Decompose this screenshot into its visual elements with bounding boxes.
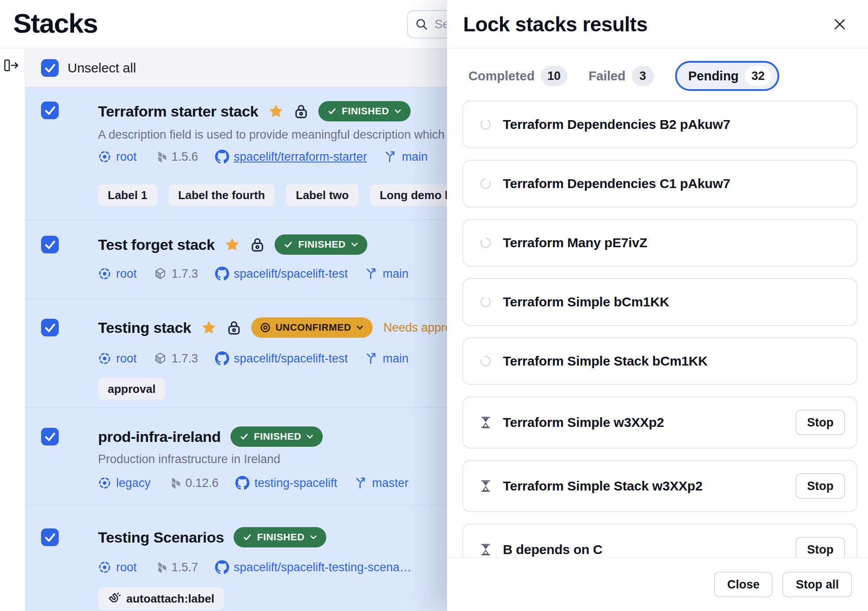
- stack-space-link[interactable]: root: [98, 267, 137, 281]
- hourglass-icon: [479, 479, 492, 493]
- lock-result-item[interactable]: Terraform Dependencies B2 pAkuw7: [462, 101, 857, 148]
- stack-label[interactable]: Label two: [286, 184, 359, 206]
- close-button[interactable]: [829, 14, 850, 35]
- stack-checkbox[interactable]: [41, 319, 59, 336]
- lock-result-item[interactable]: B depends on C Stop: [462, 524, 857, 558]
- stop-button[interactable]: Stop: [796, 410, 845, 435]
- stack-repo-link[interactable]: spacelift/spacelift-testing-scena…: [215, 560, 411, 574]
- github-icon: [215, 267, 229, 281]
- stack-status-badge[interactable]: FINISHED: [230, 426, 323, 447]
- lock-result-item[interactable]: Terraform Many pE7ivZ: [462, 219, 857, 267]
- stack-branch-link[interactable]: main: [365, 352, 409, 366]
- stack-space-link[interactable]: root: [98, 561, 137, 574]
- lock-icon: [294, 103, 309, 120]
- stack-branch-link[interactable]: master: [354, 476, 409, 490]
- stack-name[interactable]: Testing stack: [98, 319, 191, 336]
- lock-icon: [226, 319, 242, 336]
- lock-stacks-results-modal: Lock stacks results Completed 10 Failed …: [447, 0, 868, 611]
- stack-space-link[interactable]: root: [98, 352, 137, 366]
- github-icon: [215, 150, 229, 164]
- sidebar-expand-icon: [4, 59, 22, 72]
- tab-count-badge: 10: [541, 66, 567, 86]
- stack-space-link[interactable]: root: [98, 150, 137, 164]
- github-icon: [235, 476, 249, 490]
- lock-icon: [250, 236, 265, 253]
- lock-result-item[interactable]: Terraform Dependencies C1 pAkuw7: [462, 160, 857, 207]
- unconfirmed-icon: [260, 322, 271, 333]
- sidebar-expand-button[interactable]: [4, 57, 22, 74]
- stack-checkbox[interactable]: [41, 428, 59, 445]
- stack-name[interactable]: Testing Scenarios: [98, 529, 224, 546]
- stack-label[interactable]: autoattach:label: [98, 588, 224, 610]
- select-all-checkbox[interactable]: [41, 59, 59, 77]
- stack-status-label: FINISHED: [254, 431, 301, 442]
- stack-label[interactable]: approval: [98, 378, 165, 400]
- chevron-down-icon: [356, 324, 364, 332]
- modal-header: Lock stacks results: [447, 0, 868, 49]
- chevron-down-icon: [394, 107, 402, 115]
- star-icon[interactable]: [201, 320, 217, 336]
- stack-status-badge[interactable]: FINISHED: [275, 234, 367, 255]
- stack-name[interactable]: Terraform starter stack: [98, 103, 258, 120]
- lock-result-item[interactable]: Terraform Simple Stack bCm1KK: [462, 337, 857, 385]
- tab-count-badge: 32: [745, 66, 771, 86]
- stack-version: 1.5.6: [154, 150, 198, 164]
- lock-result-item[interactable]: Terraform Simple Stack w3XXp2 Stop: [462, 460, 857, 512]
- hourglass-icon: [479, 543, 492, 556]
- space-icon: [98, 150, 111, 163]
- stack-version: 1.7.3: [154, 352, 198, 366]
- close-footer-button[interactable]: Close: [714, 572, 773, 597]
- space-icon: [98, 352, 111, 365]
- stack-status-badge[interactable]: UNCONFIRMED: [251, 317, 373, 338]
- lock-result-item[interactable]: Terraform Simple bCm1KK: [462, 278, 857, 326]
- space-icon: [98, 476, 111, 490]
- stack-checkbox[interactable]: [41, 236, 59, 253]
- stack-status-badge[interactable]: FINISHED: [318, 101, 411, 121]
- stack-checkbox[interactable]: [41, 102, 59, 119]
- branch-icon: [365, 267, 378, 280]
- tab-pending[interactable]: Pending 32: [675, 61, 779, 91]
- check-icon: [283, 240, 293, 249]
- stack-name[interactable]: Test forget stack: [98, 236, 215, 253]
- chevron-down-icon: [306, 433, 314, 441]
- stack-status-badge[interactable]: FINISHED: [234, 527, 326, 547]
- github-icon: [215, 351, 229, 366]
- stack-status-label: FINISHED: [257, 532, 304, 543]
- modal-tabs: Completed 10 Failed 3 Pending 32: [468, 61, 868, 91]
- branch-icon: [354, 476, 367, 490]
- modal-title: Lock stacks results: [463, 12, 648, 36]
- chevron-down-icon: [309, 533, 317, 541]
- stack-label[interactable]: Label the fourth: [169, 184, 275, 206]
- check-icon: [242, 532, 252, 542]
- stack-repo-link[interactable]: spacelift/spacelift-test: [215, 351, 348, 366]
- terraform-icon: [154, 150, 167, 163]
- stack-repo-link[interactable]: spacelift/terraform-starter: [215, 150, 367, 164]
- stack-repo-link[interactable]: spacelift/spacelift-test: [215, 267, 348, 281]
- stack-status-label: UNCONFIRMED: [275, 322, 351, 333]
- tab-failed[interactable]: Failed 3: [589, 66, 654, 86]
- stack-version: 1.7.3: [154, 267, 198, 281]
- stack-branch-link[interactable]: main: [384, 150, 428, 164]
- stack-checkbox[interactable]: [41, 528, 59, 546]
- stack-repo-link[interactable]: testing-spacelift: [235, 476, 337, 490]
- star-icon[interactable]: [224, 237, 240, 253]
- cube-icon: [154, 267, 167, 280]
- stack-version: 1.5.7: [154, 561, 198, 574]
- stop-all-button[interactable]: Stop all: [782, 572, 852, 597]
- space-icon: [98, 267, 111, 280]
- cube-icon: [154, 352, 167, 365]
- stop-button[interactable]: Stop: [796, 473, 845, 499]
- stack-branch-link[interactable]: main: [365, 267, 409, 281]
- spinner-icon: [479, 118, 492, 131]
- stack-name[interactable]: prod-infra-ireland: [98, 428, 221, 445]
- star-icon[interactable]: [268, 103, 284, 119]
- lock-result-item[interactable]: Terraform Simple w3XXp2 Stop: [462, 396, 857, 449]
- terraform-icon: [154, 561, 167, 574]
- tab-completed[interactable]: Completed 10: [468, 66, 567, 86]
- spinner-icon: [479, 177, 492, 190]
- stop-button[interactable]: Stop: [796, 537, 845, 558]
- stack-space-link[interactable]: legacy: [98, 476, 151, 490]
- modal-footer: Close Stop all: [447, 558, 868, 611]
- pending-results-list: Terraform Dependencies B2 pAkuw7 Terrafo…: [447, 100, 868, 558]
- stack-label[interactable]: Label 1: [98, 184, 157, 206]
